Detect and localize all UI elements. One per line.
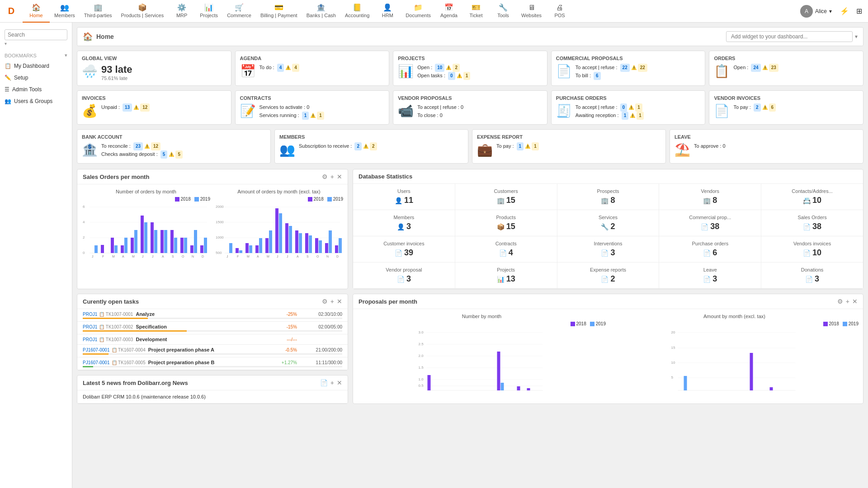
add-button[interactable]: +	[330, 173, 334, 180]
news-add-button[interactable]: +	[330, 379, 334, 386]
db-stat-cell[interactable]: Commercial prop...📄38	[659, 210, 761, 236]
card-vendor-invoices[interactable]: VENDOR INVOICES 📄 To pay : 2 ⚠️6	[709, 90, 863, 125]
task-row[interactable]: PJ1607-0001 📋 TK1607-0004 Project prepar…	[77, 345, 348, 357]
db-stat-cell[interactable]: Vendors invoices📄10	[761, 236, 863, 262]
nav-products[interactable]: 📦 Products | Services	[117, 0, 169, 23]
svg-text:M: M	[247, 255, 250, 258]
nav-tools[interactable]: 🔧 Tools	[490, 0, 517, 23]
card-projects[interactable]: PROJECTS 📊 Open : 10 ⚠️2 Open tasks : 0 …	[393, 51, 547, 86]
task-id: 📋 TK1607-0004	[112, 347, 146, 352]
db-stat-value: 📄39	[357, 248, 451, 258]
tasks-filter-button[interactable]: ⚙	[322, 298, 328, 305]
card-commercial-proposals[interactable]: COMMERCIAL PROPOSALS 📄 To accept | refus…	[551, 51, 706, 86]
card-vendor-proposals[interactable]: VENDOR PROPOSALS 📹 To accept | refuse : …	[393, 90, 547, 125]
projects-tasks: Open tasks : 0 ⚠️1	[417, 72, 542, 80]
proposals-close-button[interactable]: ✕	[852, 298, 858, 305]
agenda-todo: To do : 4 ⚠️4	[259, 64, 385, 72]
card-bank-account[interactable]: BANK ACCOUNT 🏦 To reconcile : 23 ⚠️12 Ch…	[77, 129, 271, 164]
news-icon-button[interactable]: 📄	[320, 379, 328, 386]
card-invoices[interactable]: INVOICES 💰 Unpaid : 13 ⚠️12	[77, 90, 231, 125]
nav-hrm[interactable]: 👤 HRM	[374, 0, 401, 23]
db-stat-cell[interactable]: Customers🏢15	[455, 184, 557, 210]
proposals-filter-button[interactable]: ⚙	[837, 298, 843, 305]
db-stat-cell[interactable]: Sales Orders📄38	[761, 210, 863, 236]
news-close-button[interactable]: ✕	[337, 379, 342, 386]
svg-text:10: 10	[671, 361, 675, 365]
db-stat-cell[interactable]: Products📦15	[455, 210, 557, 236]
db-stat-cell[interactable]: Purchase orders📄6	[659, 236, 761, 262]
nav-ticket-label: Ticket	[470, 13, 483, 18]
db-stat-cell[interactable]: Donations📄3	[761, 263, 863, 288]
nav-logo[interactable]: D	[2, 2, 20, 20]
proposals-add-button[interactable]: +	[846, 298, 849, 305]
sidebar-item-users[interactable]: 👥 Users & Groups	[0, 95, 72, 107]
task-proj: PJ1607-0001	[83, 360, 110, 365]
svg-rect-56	[245, 243, 249, 253]
nav-agenda[interactable]: 📅 Agenda	[435, 0, 462, 23]
svg-text:500: 500	[216, 251, 222, 255]
nav-members[interactable]: 👥 Members	[50, 0, 80, 23]
task-row[interactable]: PJ1607-0001 📋 TK1607-0005 Project prepar…	[77, 357, 348, 370]
nav-third-parties[interactable]: 🏢 Third-parties	[80, 0, 117, 23]
projects-card-icon: 📊	[398, 64, 414, 79]
news-item[interactable]: Dolibarr ERP CRM 10.0.6 (maintenance rel…	[77, 390, 348, 404]
nav-projects[interactable]: 📊 Projects	[195, 0, 222, 23]
svg-rect-74	[335, 245, 338, 253]
tasks-add-button[interactable]: +	[330, 298, 334, 305]
card-agenda[interactable]: AGENDA 📅 To do : 4 ⚠️4	[235, 51, 390, 86]
nav-grid-icon[interactable]: ⊞	[853, 7, 866, 15]
nav-accounting[interactable]: 📒 Accounting	[340, 0, 374, 23]
count-bar-chart: 6 4 2 0	[83, 203, 209, 258]
db-stat-cell[interactable]: Expense reports📄2	[557, 263, 659, 288]
db-stat-cell[interactable]: Customer invoices📄39	[353, 236, 455, 262]
db-stat-icon: 📄	[397, 276, 405, 283]
task-row[interactable]: PROJ1 📋 TK1007-0002 Specification -15% 0…	[77, 322, 348, 334]
db-stat-cell[interactable]: Contacts/Addres...📇10	[761, 184, 863, 210]
vendor-proposals-accept: To accept | refuse : 0	[417, 103, 542, 112]
task-row[interactable]: PROJ1 📋 TK1007-0003 Development ---/---	[77, 334, 348, 345]
db-stat-icon: 🏢	[497, 197, 505, 204]
sidebar-item-admin[interactable]: ☰ Admin Tools	[0, 84, 72, 95]
db-stat-cell[interactable]: Vendor proposal📄3	[353, 263, 455, 288]
db-stat-cell[interactable]: Leave📄3	[659, 263, 761, 288]
card-expense-report[interactable]: EXPENSE REPORT 💼 To pay : 1 ⚠️1	[472, 129, 666, 164]
db-stat-value: 📄3	[663, 274, 757, 284]
tasks-close-button[interactable]: ✕	[337, 298, 342, 305]
bookmarks-label[interactable]: Bookmarks ▾	[5, 52, 67, 58]
nav-user[interactable]: A Alice ▾	[796, 5, 836, 18]
sidebar-item-dashboard[interactable]: 📋 My Dashboard	[0, 60, 72, 72]
db-stat-cell[interactable]: Prospects🏢8	[557, 184, 659, 210]
nav-home[interactable]: 🏠 Home	[23, 0, 50, 23]
nav-websites[interactable]: 🖥 Websites	[517, 0, 546, 23]
card-global-view[interactable]: GLOBAL VIEW 🌧️ 93 late 75.61% late	[77, 51, 231, 86]
close-button[interactable]: ✕	[337, 173, 342, 180]
card-purchase-orders[interactable]: PURCHASE ORDERS 🧾 To accept | refuse : 0…	[551, 90, 706, 125]
nav-banks[interactable]: 🏦 Banks | Cash	[302, 0, 340, 23]
db-stat-cell[interactable]: Services🔧2	[557, 210, 659, 236]
nav-billing[interactable]: 💳 Billing | Payment	[256, 0, 302, 23]
db-stat-cell[interactable]: Projects📊13	[455, 263, 557, 288]
card-orders[interactable]: ORDERS 📋 Open : 24 ⚠️23	[709, 51, 863, 86]
db-stat-cell[interactable]: Users👤11	[353, 184, 455, 210]
db-stat-cell[interactable]: Members👤3	[353, 210, 455, 236]
sidebar-item-setup[interactable]: ✏️ Setup	[0, 72, 72, 84]
search-input[interactable]	[5, 29, 67, 40]
task-row[interactable]: PROJ1 📋 TK1007-0001 Analyze -25% 02:30/1…	[77, 309, 348, 322]
nav-commerce[interactable]: 🛒 Commerce	[222, 0, 256, 23]
card-leave[interactable]: LEAVE ⛱️ To approve : 0	[670, 129, 863, 164]
db-stat-cell[interactable]: Contracts📄4	[455, 236, 557, 262]
nav-pos[interactable]: 🖨 POS	[546, 0, 573, 23]
nav-mrp[interactable]: ⚙️ MRP	[168, 0, 195, 23]
db-stat-cell[interactable]: Vendors🏢8	[659, 184, 761, 210]
db-stat-label: Prospects	[561, 188, 656, 194]
card-contracts[interactable]: CONTRACTS 📝 Services to activate : 0 Ser…	[235, 90, 390, 125]
add-widget-input[interactable]	[726, 31, 853, 42]
nav-ticket[interactable]: 🎫 Ticket	[462, 0, 490, 23]
nav-documents[interactable]: 📁 Documents	[401, 0, 435, 23]
prop-legend-2019: 2019	[590, 321, 606, 326]
filter-button[interactable]: ⚙	[322, 173, 328, 180]
db-stat-cell[interactable]: Interventions📄3	[557, 236, 659, 262]
nav-extra-icon[interactable]: ⚡	[836, 7, 853, 15]
avatar: A	[800, 5, 813, 18]
card-members[interactable]: MEMBERS 👥 Subscription to receive : 2 ⚠️…	[274, 129, 468, 164]
